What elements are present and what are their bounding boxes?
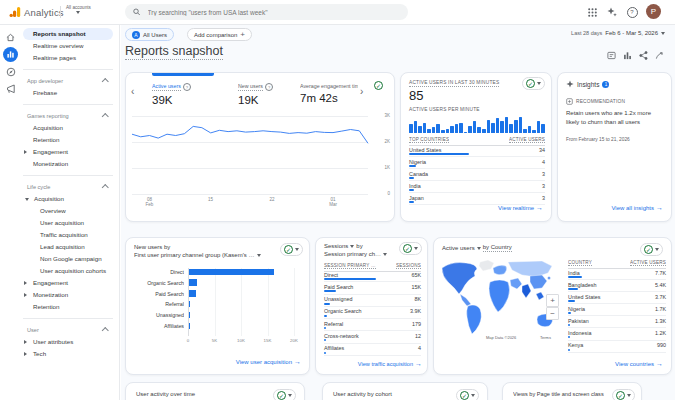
tab-avg-engagement-time[interactable]: Average engagement time per active us 7m…: [300, 83, 358, 104]
apps-grid-icon[interactable]: [586, 6, 598, 18]
expand-arrow-icon[interactable]: [24, 340, 27, 344]
carousel-prev-button[interactable]: ‹: [131, 86, 134, 97]
info-icon[interactable]: ?: [183, 83, 191, 91]
table-row[interactable]: Indonesia1.2K: [568, 328, 666, 340]
product-name[interactable]: Analytics: [24, 7, 64, 18]
nav-item-user-acquisition-cohorts[interactable]: User acquisition cohorts: [23, 265, 113, 277]
metric-selector[interactable]: Sessions by: [324, 243, 363, 249]
home-icon[interactable]: [3, 30, 18, 45]
nav-item-retention[interactable]: Retention: [23, 301, 113, 313]
nav-item-non-google-campaign[interactable]: Non Google campaign: [23, 253, 113, 265]
view-realtime-link[interactable]: View realtime→: [498, 205, 543, 211]
table-row[interactable]: Cross-network12: [324, 331, 421, 343]
data-quality-menu[interactable]: ✓: [640, 243, 663, 256]
table-row[interactable]: Referral179: [324, 319, 421, 331]
map-terms-link[interactable]: Terms: [540, 335, 551, 340]
map-zoom-in-button[interactable]: +: [546, 294, 559, 307]
table-row[interactable]: Paid Search15K: [324, 282, 421, 294]
nav-item-acquisition[interactable]: Acquisition: [23, 193, 113, 205]
data-quality-menu[interactable]: ✓: [273, 389, 296, 400]
map-zoom-out-button[interactable]: −: [546, 307, 559, 320]
column-header[interactable]: COUNTRY: [568, 260, 592, 266]
nav-item-lead-acquisition[interactable]: Lead acquisition: [23, 241, 113, 253]
view-all-insights-link[interactable]: View all insights→: [611, 205, 663, 211]
explore-icon[interactable]: [3, 64, 18, 79]
avatar[interactable]: P: [646, 4, 661, 19]
collapse-chevron-icon[interactable]: [102, 327, 108, 333]
nav-item-engagement[interactable]: Engagement: [23, 277, 113, 289]
data-quality-menu[interactable]: ✓: [280, 243, 303, 256]
nav-section-games-reporting[interactable]: Games reporting: [23, 110, 113, 122]
nav-item-monetization[interactable]: Monetization: [23, 158, 113, 170]
advertising-icon[interactable]: [3, 81, 18, 96]
data-quality-icon[interactable]: ✓: [374, 81, 383, 90]
nav-section-app-developer[interactable]: App developer: [23, 75, 113, 87]
data-quality-menu[interactable]: ✓: [612, 389, 635, 400]
table-row[interactable]: Unassigned8K: [324, 295, 421, 307]
benchmark-columns-icon[interactable]: [622, 50, 633, 61]
add-comparison-button[interactable]: Add comparison +: [187, 28, 252, 41]
nav-section-user[interactable]: User: [23, 324, 113, 336]
world-map[interactable]: [438, 258, 562, 340]
view-user-acquisition-link[interactable]: View user acquisition→: [236, 359, 301, 365]
table-row[interactable]: Kenya990: [568, 341, 666, 353]
info-icon[interactable]: ?: [265, 83, 273, 91]
dimension-selector[interactable]: First user primary channel group (Kasem'…: [134, 252, 261, 258]
assistant-sparkle-icon[interactable]: [606, 6, 618, 18]
expand-arrow-icon[interactable]: [24, 150, 27, 154]
nav-section-life-cycle[interactable]: Life cycle: [23, 181, 113, 193]
date-range-picker[interactable]: Last 28 days Feb 6 - Mar 5, 2026: [571, 30, 665, 36]
bar[interactable]: [189, 301, 190, 308]
view-countries-link[interactable]: View countries→: [615, 361, 663, 367]
collapse-arrow-icon[interactable]: [25, 198, 29, 201]
table-row[interactable]: United States34: [409, 145, 545, 157]
metric-selector[interactable]: Active users by Country: [442, 244, 512, 252]
bar[interactable]: [189, 312, 190, 319]
table-row[interactable]: Canada3: [409, 169, 545, 181]
nav-item-engagement[interactable]: Engagement: [23, 146, 113, 158]
table-row[interactable]: United States3.7K: [568, 292, 666, 304]
table-row[interactable]: Affiliates4: [324, 344, 421, 356]
nav-item-acquisition[interactable]: Acquisition: [23, 122, 113, 134]
nav-item-overview[interactable]: Overview: [23, 205, 113, 217]
table-row[interactable]: Nigeria4: [409, 157, 545, 169]
expand-arrow-icon[interactable]: [24, 352, 27, 356]
column-header[interactable]: ACTIVE USERS: [630, 260, 666, 266]
nav-item-tech[interactable]: Tech: [23, 348, 113, 360]
search-input[interactable]: [146, 8, 401, 17]
view-traffic-acquisition-link[interactable]: View traffic acquisition→: [358, 361, 422, 367]
column-header[interactable]: TOP COUNTRIES: [409, 137, 449, 143]
table-row[interactable]: Organic Search3.9K: [324, 307, 421, 319]
carousel-next-button[interactable]: ›: [360, 86, 363, 97]
comparison-chip-all-users[interactable]: A All Users: [125, 28, 174, 41]
table-row[interactable]: India3: [409, 181, 545, 193]
nav-item-firebase[interactable]: Firebase: [23, 87, 113, 99]
collapse-chevron-icon[interactable]: [102, 78, 108, 84]
bar[interactable]: [189, 279, 197, 286]
column-header[interactable]: ACTIVE USERS: [509, 137, 545, 143]
nav-item-traffic-acquisition[interactable]: Traffic acquisition: [23, 229, 113, 241]
table-row[interactable]: Pakistan1.3K: [568, 316, 666, 328]
nav-item-realtime-pages[interactable]: Realtime pages: [23, 52, 113, 64]
collapse-chevron-icon[interactable]: [102, 184, 108, 190]
add-note-icon[interactable]: [606, 50, 617, 61]
tab-new-users[interactable]: New users? 19K: [238, 83, 296, 106]
data-quality-menu[interactable]: ✓: [456, 389, 479, 400]
analytics-logo-icon[interactable]: [9, 6, 21, 18]
nav-item-reports-snapshot[interactable]: Reports snapshot: [23, 28, 113, 40]
nav-item-monetization[interactable]: Monetization: [23, 289, 113, 301]
data-quality-menu[interactable]: ✓: [522, 77, 545, 90]
column-header[interactable]: SESSION PRIMARY …: [324, 263, 376, 269]
data-quality-menu[interactable]: ✓: [399, 242, 422, 255]
bar[interactable]: [189, 269, 274, 276]
collapse-chevron-icon[interactable]: [102, 113, 108, 119]
customize-report-icon[interactable]: [654, 50, 665, 61]
table-row[interactable]: India7.7K: [568, 268, 666, 280]
account-switcher[interactable]: All accounts: [66, 5, 91, 15]
nav-item-retention[interactable]: Retention: [23, 134, 113, 146]
share-icon[interactable]: [638, 50, 649, 61]
nav-item-user-attributes[interactable]: User attributes: [23, 336, 113, 348]
table-row[interactable]: Bangladesh5.4K: [568, 280, 666, 292]
expand-arrow-icon[interactable]: [24, 293, 27, 297]
reports-icon[interactable]: [3, 47, 18, 62]
